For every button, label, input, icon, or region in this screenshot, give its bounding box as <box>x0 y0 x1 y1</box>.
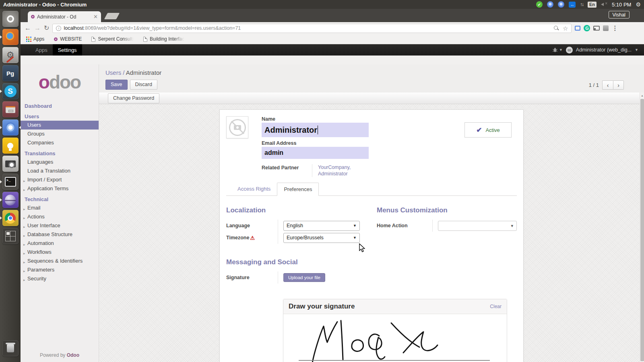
session-gear-icon[interactable]: ⚙ <box>636 2 641 7</box>
sidebar-item-sequences-identifiers[interactable]: ▸Sequences & Identifiers <box>21 257 99 265</box>
chromium-tray-icon[interactable] <box>547 1 553 8</box>
bookmark-apps[interactable]: Apps <box>26 36 44 42</box>
sidebar-item-groups[interactable]: Groups <box>21 130 99 138</box>
active-checkbox[interactable]: ✔ Active <box>464 122 512 138</box>
browser-profile-chip[interactable]: Vishal <box>609 11 630 19</box>
sidebar-item-security[interactable]: ▸Security <box>21 274 99 283</box>
expand-arrow-icon[interactable]: ▸ <box>23 241 25 248</box>
url-bar[interactable]: i localhost:8069/web?debug#id=1&view_typ… <box>52 24 572 33</box>
window-title: Administrator - Odoo - Chromium <box>3 2 87 8</box>
sidebar-item-user-interface[interactable]: ▸User Interface <box>21 221 99 230</box>
expand-arrow-icon[interactable]: ▸ <box>23 259 25 265</box>
trash-icon[interactable] <box>2 340 19 356</box>
bookmark-website[interactable]: WEBSITE <box>54 36 82 42</box>
workspace-switcher-icon[interactable] <box>2 228 19 244</box>
vertical-scrollbar[interactable]: ▲ <box>640 93 644 362</box>
expand-arrow-icon[interactable]: ▸ <box>23 206 25 212</box>
sidebar-item-automation[interactable]: ▸Automation <box>21 239 99 248</box>
sidebar-item-workflows[interactable]: ▸Workflows <box>21 248 99 257</box>
user-image-field[interactable] <box>226 116 248 138</box>
chrome-icon[interactable] <box>2 210 19 226</box>
cast-icon[interactable] <box>593 26 600 31</box>
breadcrumb-users[interactable]: Users <box>105 69 121 76</box>
screenshot-extension-icon[interactable] <box>575 26 580 31</box>
expand-arrow-icon[interactable]: ▸ <box>23 250 25 257</box>
related-partner-link[interactable]: YourCompany,Administrator <box>312 164 351 177</box>
timezone-select[interactable]: Europe/Brussels▼ <box>283 233 360 243</box>
chromium-icon[interactable] <box>2 119 19 136</box>
expand-arrow-icon[interactable]: ▸ <box>23 224 25 230</box>
browser-tab[interactable]: Administrator - Od ✕ <box>28 11 101 22</box>
grammarly-extension-icon[interactable]: G <box>584 25 590 31</box>
sidebar-item-email[interactable]: ▸Email <box>21 204 99 212</box>
ubuntu-dash-icon[interactable] <box>2 11 19 27</box>
sidebar-item-companies[interactable]: Companies <box>21 138 99 147</box>
browser-window: Administrator - Od ✕ Vishal ← → ↻ i loca… <box>21 9 644 362</box>
name-input[interactable]: Administrator <box>262 123 369 137</box>
volume-muted-icon[interactable]: × <box>601 2 607 7</box>
sidebar-item-application-terms[interactable]: ▸Application Terms <box>21 184 99 193</box>
expand-arrow-icon[interactable]: ▸ <box>23 187 25 193</box>
language-select[interactable]: English▼ <box>283 221 360 231</box>
bookmark-building[interactable]: Building Interfac <box>143 36 184 42</box>
sidebar-item-parameters[interactable]: ▸Parameters <box>21 265 99 274</box>
archive-manager-icon[interactable] <box>2 101 19 117</box>
back-icon[interactable]: ← <box>25 25 31 31</box>
keyboard-layout-indicator[interactable]: En <box>588 2 597 8</box>
upload-file-button[interactable]: Upload your file <box>283 273 325 282</box>
site-info-icon[interactable]: i <box>56 26 61 31</box>
tab-preferences[interactable]: Preferences <box>277 183 319 196</box>
network-indicator-icon[interactable]: ↑↓ <box>580 2 583 7</box>
extension-cube-icon[interactable] <box>603 25 609 31</box>
skype-status-icon[interactable]: ✔ <box>536 1 543 8</box>
sidebar-item-languages[interactable]: Languages <box>21 158 99 167</box>
expand-arrow-icon[interactable]: ▸ <box>23 277 25 283</box>
tab-close-icon[interactable]: ✕ <box>93 14 98 19</box>
expand-arrow-icon[interactable]: ▸ <box>23 268 25 274</box>
teamviewer-tray-icon[interactable]: ↔ <box>569 2 576 8</box>
terminal-icon[interactable]: >_ <box>2 174 19 190</box>
expand-arrow-icon[interactable]: ▸ <box>23 215 25 221</box>
signature-canvas[interactable] <box>283 314 507 362</box>
new-tab-button[interactable] <box>104 13 120 19</box>
reload-icon[interactable]: ↻ <box>44 25 49 31</box>
sidebar-item-dashboard[interactable]: Dashboard <box>21 100 99 110</box>
nav-settings[interactable]: Settings <box>53 44 82 56</box>
save-button[interactable]: Save <box>105 80 128 90</box>
user-menu-caret-icon[interactable]: ▼ <box>635 48 638 52</box>
sidebar-item-import-export[interactable]: ▸Import / Export <box>21 175 99 184</box>
postgresql-icon[interactable]: Pg <box>2 65 19 81</box>
bookmark-star-icon[interactable]: ☆ <box>563 25 568 31</box>
eclipse-icon[interactable] <box>2 192 19 208</box>
sidebar-item-actions[interactable]: ▸Actions <box>21 212 99 221</box>
expand-arrow-icon[interactable]: ▸ <box>23 178 25 184</box>
change-password-button[interactable]: Change Password <box>108 93 159 103</box>
firefox-icon[interactable] <box>2 29 19 45</box>
clock[interactable]: 5:10 PM <box>612 2 631 8</box>
browser-menu-icon[interactable]: ⋮ <box>612 25 618 32</box>
skype-icon[interactable]: S <box>2 83 19 99</box>
pager-previous-icon[interactable]: ‹ <box>602 80 613 90</box>
forward-icon[interactable]: → <box>34 25 41 31</box>
bookmark-serpent[interactable]: Serpent Consulti <box>91 36 134 42</box>
search-icon[interactable] <box>554 26 559 31</box>
sidebar-item-database-structure[interactable]: ▸Database Structure <box>21 230 99 239</box>
google-keep-icon[interactable] <box>2 138 19 154</box>
discard-button[interactable]: Discard <box>130 80 157 90</box>
sidebar-item-load-translation[interactable]: Load a Translation <box>21 167 99 175</box>
user-menu[interactable]: Administrator (web_dig... <box>576 47 632 53</box>
email-input[interactable]: admin <box>262 147 369 159</box>
debug-bug-icon[interactable]: ▼ <box>552 47 563 52</box>
tab-access-rights[interactable]: Access Rights <box>231 183 277 196</box>
signature-clear-link[interactable]: Clear <box>490 304 502 309</box>
chromium-tray-icon-2[interactable] <box>558 1 564 8</box>
scroll-up-arrow-icon[interactable]: ▲ <box>640 94 644 97</box>
nav-apps[interactable]: Apps <box>30 44 53 56</box>
system-settings-icon[interactable]: ⚙ <box>2 47 19 63</box>
sidebar-item-users[interactable]: Users <box>21 121 99 130</box>
pager-next-icon[interactable]: › <box>613 80 624 90</box>
scrollbar-thumb[interactable] <box>640 99 644 361</box>
camera-app-icon[interactable] <box>2 156 19 172</box>
home-action-combobox[interactable]: ▾ <box>438 221 517 231</box>
expand-arrow-icon[interactable]: ▸ <box>23 232 25 239</box>
